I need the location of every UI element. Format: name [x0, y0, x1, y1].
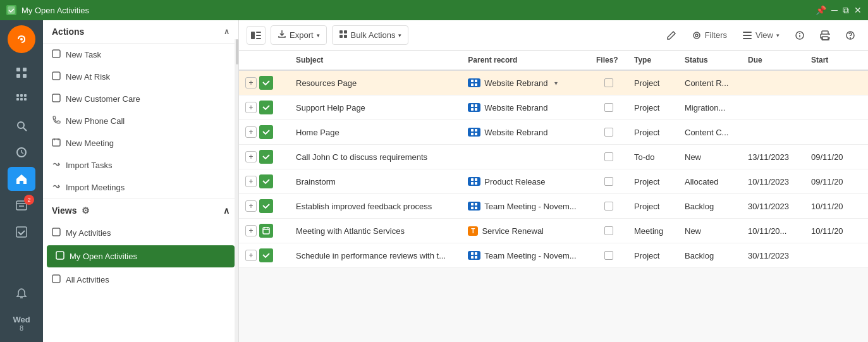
- subject-cell[interactable]: Establish improved feedback process: [290, 194, 462, 219]
- row-add-btn[interactable]: +: [245, 102, 257, 113]
- start-cell: [805, 95, 868, 120]
- activities-table-container: Subject Parent record Files? Type Status…: [239, 51, 868, 342]
- row-add-btn[interactable]: +: [245, 200, 257, 212]
- scrollbar[interactable]: [236, 39, 238, 64]
- files-cell: [590, 145, 628, 169]
- pin-btn[interactable]: 📌: [816, 5, 826, 15]
- col-subject[interactable]: Subject: [290, 51, 462, 70]
- svg-rect-22: [52, 50, 60, 58]
- col-type[interactable]: Type: [628, 51, 678, 70]
- row-add-btn[interactable]: +: [245, 77, 257, 89]
- row-type-badge: [259, 224, 273, 238]
- sidebar-home-icon[interactable]: [8, 167, 35, 191]
- sidebar-search-icon[interactable]: [8, 114, 35, 138]
- col-status[interactable]: Status: [678, 51, 742, 70]
- svg-rect-69: [471, 207, 474, 209]
- files-checkbox[interactable]: [604, 226, 613, 235]
- view-btn[interactable]: View ▾: [737, 27, 785, 44]
- table-row: + Call John C to discuss requirements To…: [239, 145, 868, 169]
- files-checkbox[interactable]: [604, 152, 613, 161]
- views-collapse-btn[interactable]: ∧: [223, 205, 229, 216]
- filters-btn[interactable]: Filters: [687, 27, 732, 44]
- col-parent-record[interactable]: Parent record: [462, 51, 590, 70]
- row-action-cell: +: [239, 95, 290, 120]
- tasks-badge: 2: [24, 195, 34, 205]
- row-add-btn[interactable]: +: [245, 225, 257, 236]
- menu-item-new-task[interactable]: New Task: [43, 44, 238, 66]
- actions-menu: New Task New At Risk New Customer Care N…: [43, 44, 238, 198]
- views-header: Views ⚙ ∧: [43, 198, 238, 222]
- info-btn[interactable]: [790, 27, 810, 44]
- bulk-actions-chevron-icon: ▾: [398, 32, 401, 39]
- edit-btn[interactable]: [661, 27, 682, 44]
- svg-rect-2: [16, 68, 20, 71]
- help-btn[interactable]: [840, 27, 860, 44]
- sidebar-check-icon[interactable]: [8, 220, 35, 244]
- files-checkbox[interactable]: [604, 78, 613, 87]
- subject-cell[interactable]: Home Page: [290, 120, 462, 145]
- due-cell: 30/11/2023: [742, 194, 805, 219]
- svg-rect-58: [475, 108, 477, 111]
- sidebar-toggle-btn[interactable]: [247, 26, 266, 45]
- import-meetings-icon: [52, 182, 61, 193]
- view-my-open-activities[interactable]: My Open Activities: [47, 245, 235, 267]
- parent-cell: T Service Renewal: [462, 219, 590, 243]
- parent-record-name: Website Rebrand: [484, 128, 547, 137]
- sidebar-grid-icon[interactable]: [8, 61, 35, 85]
- row-add-btn[interactable]: +: [245, 176, 257, 187]
- subject-cell[interactable]: Support Help Page: [290, 95, 462, 120]
- svg-rect-52: [475, 80, 477, 82]
- view-all-activities[interactable]: All Activities: [43, 269, 238, 291]
- subject-cell[interactable]: Meeting with Atlantic Services: [290, 219, 462, 243]
- files-checkbox[interactable]: [604, 177, 613, 186]
- files-checkbox[interactable]: [604, 251, 613, 260]
- col-files[interactable]: Files?: [590, 51, 628, 70]
- view-my-activities[interactable]: My Activities: [43, 222, 238, 244]
- actions-title: Actions: [52, 27, 84, 37]
- row-add-btn[interactable]: +: [245, 151, 257, 162]
- sidebar-clock-icon[interactable]: [8, 140, 35, 164]
- sidebar-apps-icon[interactable]: [8, 87, 35, 111]
- files-checkbox[interactable]: [604, 103, 613, 112]
- menu-item-import-tasks[interactable]: Import Tasks: [43, 154, 238, 176]
- col-due[interactable]: Due: [742, 51, 805, 70]
- status-cell: Migration...: [678, 95, 742, 120]
- svg-rect-65: [471, 182, 474, 185]
- parent-record-cell: Website Rebrand: [468, 103, 584, 113]
- svg-rect-30: [52, 275, 60, 283]
- bulk-actions-btn[interactable]: Bulk Actions ▾: [332, 25, 409, 45]
- app-logo[interactable]: [8, 25, 35, 53]
- files-checkbox[interactable]: [604, 202, 613, 211]
- views-settings-btn[interactable]: ⚙: [82, 205, 90, 216]
- subject-cell[interactable]: Schedule in performance reviews with t..…: [290, 243, 462, 268]
- row-type-badge: [259, 199, 273, 213]
- parent-cell: Team Meeting - Novem...: [462, 194, 590, 219]
- minimize-btn[interactable]: ─: [831, 5, 838, 15]
- menu-item-new-customer-care[interactable]: New Customer Care: [43, 88, 238, 110]
- subject-cell[interactable]: Resources Page: [290, 70, 462, 95]
- menu-item-import-meetings[interactable]: Import Meetings: [43, 176, 238, 198]
- svg-rect-56: [475, 104, 477, 107]
- export-btn[interactable]: Export ▾: [271, 25, 327, 45]
- menu-item-new-phone-call[interactable]: New Phone Call: [43, 110, 238, 132]
- sidebar-tasks-icon[interactable]: 2: [8, 193, 35, 217]
- files-checkbox[interactable]: [604, 128, 613, 137]
- parent-cell: Product Release: [462, 169, 590, 194]
- close-btn[interactable]: ✕: [854, 5, 862, 15]
- row-add-btn[interactable]: +: [245, 126, 257, 138]
- row-add-btn[interactable]: +: [245, 250, 257, 261]
- print-btn[interactable]: [815, 27, 835, 44]
- sidebar-bell-icon[interactable]: [8, 282, 35, 306]
- subject-cell[interactable]: Call John C to discuss requirements: [290, 145, 462, 169]
- svg-rect-51: [471, 80, 474, 82]
- actions-collapse-btn[interactable]: ∧: [224, 27, 229, 36]
- row-type-badge: [259, 174, 273, 188]
- col-start[interactable]: Start: [805, 51, 868, 70]
- files-cell: [590, 95, 628, 120]
- svg-point-50: [850, 37, 850, 38]
- subject-cell[interactable]: Brainstorm: [290, 169, 462, 194]
- menu-item-new-meeting[interactable]: New Meeting: [43, 132, 238, 154]
- menu-item-new-at-risk[interactable]: New At Risk: [43, 66, 238, 88]
- restore-btn[interactable]: ⧉: [843, 5, 849, 16]
- parent-cell: Website Rebrand: [462, 120, 590, 145]
